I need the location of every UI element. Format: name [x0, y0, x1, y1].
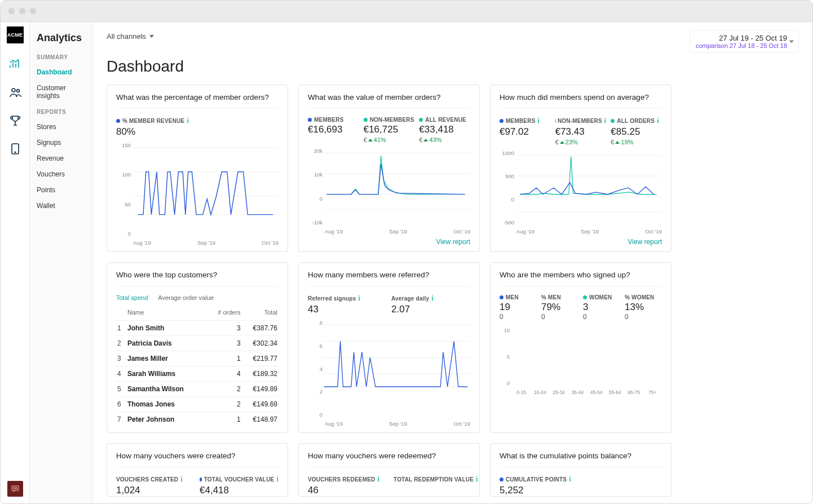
- info-icon[interactable]: i: [604, 117, 607, 125]
- info-icon[interactable]: i: [358, 294, 360, 303]
- card-avg-spend: How much did members spend on average? M…: [490, 85, 671, 252]
- sidebar-item-stores[interactable]: Stores: [37, 121, 89, 136]
- line-chart: [308, 148, 470, 218]
- traffic-max[interactable]: [30, 8, 36, 14]
- trend-value: 43%: [429, 136, 441, 143]
- card-top-customers: Who were the top customers? Total spend …: [107, 262, 288, 433]
- info-icon[interactable]: i: [276, 475, 279, 484]
- stat-value: 3: [583, 302, 620, 313]
- stat-label: VOUCHERS CREATED: [116, 476, 178, 483]
- stat-label: TOTAL REDEMPTION VALUE: [394, 476, 474, 483]
- stat-value: 5,252: [500, 485, 662, 496]
- trend-value: 23%: [565, 139, 578, 145]
- channel-dropdown[interactable]: All channels: [107, 30, 154, 43]
- stat-value: 79%: [541, 302, 578, 313]
- stat-label: MEMBERS: [314, 117, 344, 123]
- trend-up-icon: [560, 141, 564, 144]
- table-row[interactable]: 7Peter Johnson1€148.97: [116, 412, 279, 427]
- table-row[interactable]: 4Sarah Williams4€189.32: [116, 366, 279, 382]
- sidebar-item-insights[interactable]: Customer insights: [37, 82, 89, 105]
- traffic-min[interactable]: [19, 8, 25, 14]
- stat-value: €33,418: [419, 124, 470, 135]
- stat-label: Referred signups: [308, 295, 356, 302]
- card-signed-up: Who are the members who signed up? MEN 1…: [490, 262, 671, 433]
- table-row[interactable]: 5Samantha Wilson2€149.89: [116, 382, 279, 397]
- line-chart: [116, 142, 279, 223]
- members-icon[interactable]: [8, 85, 23, 100]
- stat-value: 19: [500, 302, 537, 313]
- sidebar-item-vouchers[interactable]: Vouchers: [37, 168, 89, 184]
- mobile-icon[interactable]: [8, 142, 23, 156]
- trend-up-icon: [368, 139, 373, 142]
- trend-up-icon: [423, 139, 428, 142]
- stat-label: TOTAL VOUCHER VALUE: [204, 476, 275, 483]
- stat-label: VOUCHERS REDEEMED: [308, 476, 375, 483]
- info-icon[interactable]: i: [378, 475, 380, 484]
- stat-label: ALL REVENUE: [425, 117, 466, 123]
- col-orders: # orders: [207, 307, 241, 321]
- stat-value: 1,024: [116, 485, 195, 496]
- main-content: All channels 27 Jul 19 - 25 Oct 19 compa…: [93, 22, 812, 504]
- series-dot-icon: [500, 478, 503, 481]
- stat-value: €73.43: [555, 126, 607, 138]
- card-vouchers-redeemed: How many vouchers were redeemed? VOUCHER…: [298, 443, 480, 497]
- card-title: How many vouchers were created?: [116, 452, 279, 467]
- date-range-picker[interactable]: 27 Jul 19 - 25 Oct 19 comparison 27 Jul …: [690, 30, 799, 53]
- rewards-icon[interactable]: [8, 113, 23, 128]
- info-icon[interactable]: i: [476, 475, 478, 484]
- series-dot-icon: [419, 118, 423, 122]
- stat-subvalue: 0: [541, 313, 578, 321]
- card-title: How many members were referred?: [308, 271, 470, 286]
- col-total: Total: [242, 307, 279, 321]
- info-icon[interactable]: i: [187, 117, 189, 125]
- info-icon[interactable]: i: [569, 475, 571, 484]
- info-icon[interactable]: i: [657, 117, 659, 125]
- traffic-close[interactable]: [8, 8, 15, 14]
- stat-label: Average daily: [391, 295, 429, 302]
- tab-avg-order-value[interactable]: Average order value: [158, 294, 214, 301]
- trend-value: 19%: [621, 139, 633, 145]
- series-dot-icon: [500, 119, 503, 123]
- view-report-link[interactable]: View report: [628, 238, 662, 246]
- bar-chart: 1050 0-1516-2425-3435-4445-5455-6465-757…: [500, 328, 662, 395]
- view-report-link[interactable]: View report: [436, 238, 470, 246]
- stat-label: MEMBERS: [506, 118, 536, 124]
- top-customers-table: Name # orders Total 1John Smith3€387.762…: [116, 307, 279, 427]
- stat-value: 43: [308, 304, 387, 315]
- table-row[interactable]: 2Patricia Davis3€302.34: [116, 336, 279, 351]
- stat-label: NON-MEMBERS: [558, 118, 602, 124]
- stat-label: % WOMEN: [625, 294, 655, 300]
- stat-label: % MEMBER REVENUE: [122, 118, 184, 124]
- card-title: What is the cumulative points balance?: [500, 452, 662, 467]
- feedback-icon[interactable]: [7, 481, 23, 497]
- col-name: Name: [126, 307, 207, 321]
- series-dot-icon: [583, 295, 587, 299]
- table-row[interactable]: 3James Miller1€219.77: [116, 351, 279, 366]
- stat-value: €85.25: [611, 126, 662, 138]
- sidebar-item-points[interactable]: Points: [37, 184, 89, 200]
- card-referred: How many members were referred? Referred…: [298, 262, 480, 433]
- sidebar-item-signups[interactable]: Signups: [37, 136, 89, 152]
- info-icon[interactable]: i: [180, 475, 183, 484]
- page-title: Dashboard: [107, 58, 799, 76]
- table-row[interactable]: 6Thomas Jones2€149.69: [116, 397, 279, 412]
- line-chart: [500, 150, 662, 220]
- sidebar: Analytics SUMMARY Dashboard Customer ins…: [30, 22, 93, 504]
- sidebar-item-revenue[interactable]: Revenue: [37, 152, 89, 168]
- sidebar-title: Analytics: [37, 32, 89, 44]
- stat-subvalue: 0: [500, 313, 537, 321]
- sidebar-item-wallet[interactable]: Wallet: [37, 200, 89, 215]
- card-title: How much did members spend on average?: [500, 93, 662, 109]
- stat-label: MEN: [506, 294, 519, 300]
- analytics-icon[interactable]: [8, 57, 23, 72]
- trend-up-icon: [615, 141, 620, 144]
- info-icon[interactable]: i: [431, 294, 434, 303]
- stat-value: 2.07: [391, 304, 470, 315]
- tab-total-spend[interactable]: Total spend: [116, 294, 148, 301]
- table-row[interactable]: 1John Smith3€387.76: [116, 321, 279, 336]
- series-dot-icon: [116, 119, 120, 123]
- sidebar-item-dashboard[interactable]: Dashboard: [37, 66, 89, 82]
- channel-dropdown-label: All channels: [107, 32, 146, 41]
- info-icon[interactable]: i: [538, 117, 540, 125]
- card-title: Who are the members who signed up?: [500, 271, 662, 286]
